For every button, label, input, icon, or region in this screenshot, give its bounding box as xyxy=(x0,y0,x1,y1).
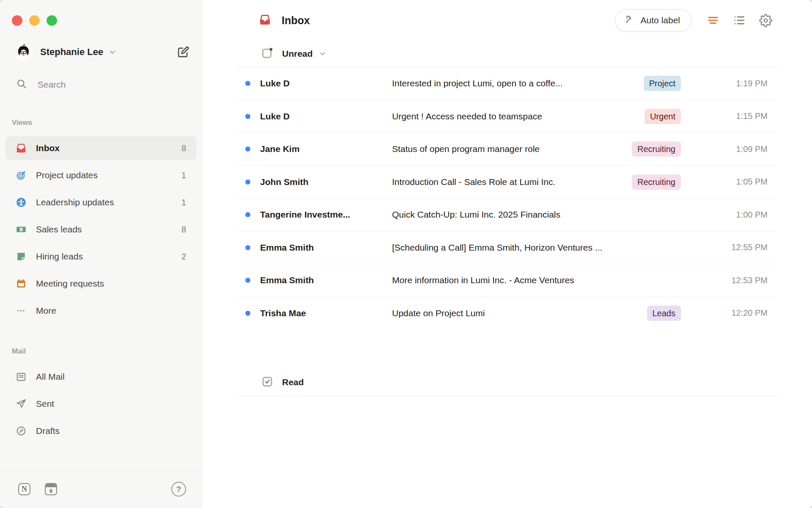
divider xyxy=(238,395,777,396)
email-time: 12:53 PM xyxy=(681,276,768,285)
calendar-app-icon[interactable]: 6 xyxy=(45,483,57,495)
money-icon xyxy=(16,224,27,235)
sidebar-item-inbox[interactable]: Inbox 8 xyxy=(5,136,196,160)
sidebar-item-label: Drafts xyxy=(36,426,60,436)
email-subject: Introduction Call - Sales Role at Lumi I… xyxy=(392,177,632,187)
read-section-label: Read xyxy=(282,377,304,387)
search-placeholder: Search xyxy=(38,80,66,90)
window-controls xyxy=(12,15,57,26)
email-label-badge: Leads xyxy=(647,306,681,321)
email-time: 1:15 PM xyxy=(681,111,768,121)
search-input[interactable]: Search xyxy=(16,75,190,94)
account-switcher[interactable]: Stephanie Lee xyxy=(14,42,190,62)
email-sender: Jane Kim xyxy=(260,144,392,154)
unread-dot xyxy=(245,212,250,217)
chevron-down-icon xyxy=(108,48,117,58)
email-time: 1:05 PM xyxy=(681,177,768,187)
account-name: Stephanie Lee xyxy=(40,47,103,58)
sidebar-sections: Views Inbox 8 Project updates 1 Leadersh… xyxy=(0,119,202,443)
compose-button[interactable] xyxy=(176,45,190,59)
sidebar-item-label: Inbox xyxy=(36,143,60,153)
email-sender: Emma Smith xyxy=(260,275,392,285)
sidebar-item-sent[interactable]: Sent xyxy=(5,392,196,416)
email-row[interactable]: John Smith Introduction Call - Sales Rol… xyxy=(238,166,777,199)
email-label-badge: Urgent xyxy=(645,109,681,124)
read-checkbox-icon xyxy=(261,375,274,389)
sidebar: Stephanie Lee Search Views I xyxy=(0,0,202,508)
email-row[interactable]: Luke D Interested in project Lumi, open … xyxy=(238,67,777,100)
email-subject: Status of open program manager role xyxy=(392,144,632,154)
inbox-icon xyxy=(259,14,271,28)
sidebar-item-drafts[interactable]: Drafts xyxy=(5,419,196,443)
sidebar-item-project-updates[interactable]: Project updates 1 xyxy=(5,163,196,187)
sidebar-item-more[interactable]: More xyxy=(5,299,196,323)
auto-label-icon xyxy=(624,14,635,27)
sidebar-item-count: 1 xyxy=(181,171,186,180)
sidebar-item-count: 1 xyxy=(181,198,186,207)
email-time: 1:00 PM xyxy=(681,210,768,220)
unread-dot xyxy=(245,311,250,316)
sidebar-item-meeting-requests[interactable]: Meeting requests xyxy=(5,272,196,295)
read-section-header[interactable]: Read xyxy=(238,369,777,395)
email-label-badge: Recruiting xyxy=(632,141,681,157)
email-sender: Trisha Mae xyxy=(260,308,392,318)
search-icon xyxy=(16,78,27,91)
email-row[interactable]: Jane Kim Status of open program manager … xyxy=(238,133,777,166)
sidebar-item-label: Project updates xyxy=(36,170,98,180)
email-list: Luke D Interested in project Lumi, open … xyxy=(238,67,777,329)
send-icon xyxy=(16,398,27,409)
unread-section-header[interactable]: Unread xyxy=(238,41,777,67)
email-row[interactable]: Emma Smith [Scheduling a Call] Emma Smit… xyxy=(238,231,777,264)
sidebar-item-hiring-leads[interactable]: Hiring leads 2 xyxy=(5,245,196,268)
unread-icon xyxy=(261,47,274,61)
notion-app-icon[interactable]: N xyxy=(18,483,30,495)
email-time: 12:20 PM xyxy=(681,308,768,318)
email-subject: Quick Catch-Up: Lumi Inc. 2025 Financial… xyxy=(392,210,681,220)
filter-icon[interactable] xyxy=(706,14,720,27)
close-window-button[interactable] xyxy=(12,15,22,26)
minimize-window-button[interactable] xyxy=(29,15,40,26)
email-row[interactable]: Emma Smith More information in Lumi Inc.… xyxy=(238,264,777,297)
sidebar-item-label: Meeting requests xyxy=(36,279,104,289)
email-subject: Interested in project Lumi, open to a co… xyxy=(392,78,644,88)
settings-gear-icon[interactable] xyxy=(759,14,772,27)
page-title: Inbox xyxy=(282,14,310,27)
email-row[interactable]: Luke D Urgent ! Access needed to teamspa… xyxy=(238,100,777,133)
zoom-window-button[interactable] xyxy=(47,15,57,26)
sidebar-item-label: Hiring leads xyxy=(36,251,83,262)
person-circle-icon xyxy=(16,197,27,208)
sidebar-item-sales-leads[interactable]: Sales leads 8 xyxy=(5,218,196,241)
calendar-icon xyxy=(16,278,27,289)
email-time: 12:55 PM xyxy=(681,243,768,252)
email-time: 1:09 PM xyxy=(681,144,768,154)
section-label: Views xyxy=(12,119,202,127)
email-label-badge: Project xyxy=(644,76,681,91)
unread-dot xyxy=(245,114,250,119)
dots-icon xyxy=(16,305,27,316)
email-list-area: Unread Luke D Interested in project Lumi… xyxy=(202,41,812,508)
email-sender: Luke D xyxy=(260,111,392,121)
email-subject: Update on Project Lumi xyxy=(392,308,647,318)
email-row[interactable]: Tangerine Investme... Quick Catch-Up: Lu… xyxy=(238,198,777,231)
sidebar-item-leadership-updates[interactable]: Leadership updates 1 xyxy=(5,190,196,214)
sidebar-item-label: Sent xyxy=(36,399,54,409)
email-sender: Tangerine Investme... xyxy=(260,210,392,220)
unread-dot xyxy=(245,245,250,250)
main-header: Inbox Auto label xyxy=(202,0,812,41)
email-row[interactable]: Trisha Mae Update on Project Lumi Leads … xyxy=(238,297,777,330)
unread-section-label: Unread xyxy=(282,49,313,59)
email-sender: John Smith xyxy=(260,177,392,187)
sidebar-item-all-mail[interactable]: All Mail xyxy=(5,365,196,389)
list-view-icon[interactable] xyxy=(732,14,746,27)
sidebar-item-label: All Mail xyxy=(36,372,65,382)
email-time: 1:19 PM xyxy=(681,79,768,88)
chevron-down-icon[interactable] xyxy=(318,50,326,59)
help-button[interactable]: ? xyxy=(171,482,186,497)
email-subject: More information in Lumi Inc. - Acme Ven… xyxy=(392,275,681,285)
email-subject: Urgent ! Access needed to teamspace xyxy=(392,111,645,121)
sidebar-item-label: Sales leads xyxy=(36,224,82,235)
drafts-icon xyxy=(16,425,27,436)
sidebar-footer: N 6 ? xyxy=(0,470,202,508)
email-sender: Emma Smith xyxy=(260,243,392,253)
auto-label-button[interactable]: Auto label xyxy=(615,9,691,31)
